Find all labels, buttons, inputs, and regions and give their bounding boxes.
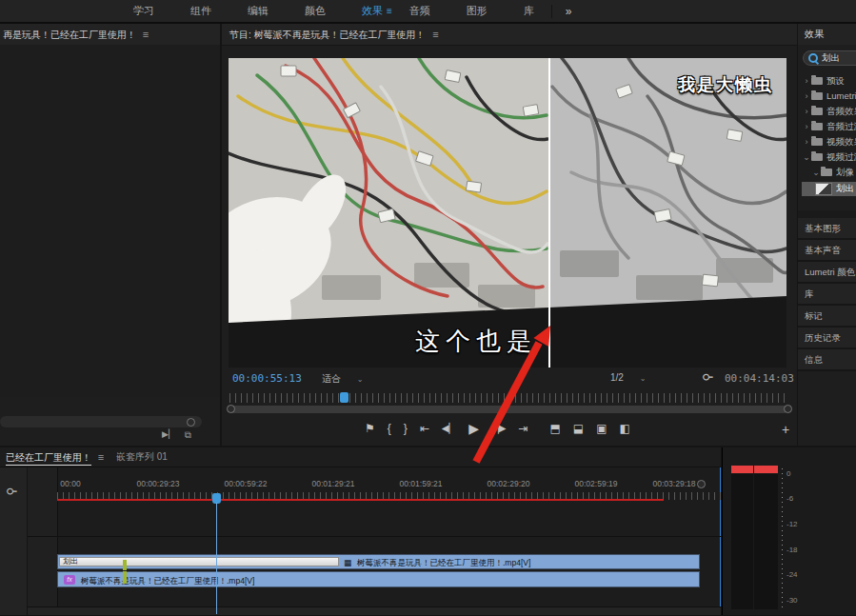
effect-controls-tab[interactable]: 再是玩具！已经在工厂里使用！ ≡ [0,24,220,46]
playback-resolution-select[interactable]: 1/2 ⌄ [610,372,646,383]
tree-item-wipe-out-selected[interactable]: 划出 [802,182,856,196]
timeline-clip-v1[interactable]: fx 树莓派不再是玩具！已经在工厂里使用！.mp4[V] [57,571,700,587]
twirl-icon[interactable]: › [802,76,811,86]
monitor-mini-ruler[interactable] [229,393,787,403]
step-back-button[interactable]: ◀▏ [442,419,456,438]
chevron-down-icon: ⌄ [640,374,647,383]
zoom-level-select[interactable]: 适合 ⌄ [322,372,396,386]
export-icon[interactable]: ⧉ [185,429,191,445]
panel-menu-icon[interactable]: ≡ [143,29,149,40]
timeline-ruler-labels: 00:00 00:00:29:23 00:00:59:22 00:01:29:2… [57,479,721,490]
extract-button[interactable]: ⬓ [573,419,584,438]
effects-panel-tab[interactable]: 效果 [798,24,856,45]
audio-meter-clip-right [754,466,778,473]
clip-v2-label: 树莓派不再是玩具！已经在工厂里使用！.mp4[V] [357,558,530,569]
effects-panel-title: 效果 [805,29,824,39]
panel-menu-icon[interactable]: ≡ [432,29,438,40]
button-editor-plus[interactable]: + [782,420,789,439]
effect-controls-scrollbar[interactable] [0,416,202,427]
effects-tree: › 预设 › Lumetri 预设 › 音频效果 › 音频过渡 › [802,73,856,196]
workspace-tab-assembly[interactable]: 组件 [179,1,223,21]
meter-scale-ticks [782,468,783,609]
tree-item-lumetri-presets[interactable]: › Lumetri 预设 [802,89,856,104]
workspace-tab-color[interactable]: 颜色 [293,1,337,21]
twirl-icon[interactable]: › [802,137,811,147]
tree-item-label: 划像 [836,167,854,179]
program-video-preview[interactable]: 我是大懒虫 这个也是 [229,58,786,368]
monitor-scrollbar-knob-right[interactable] [784,405,792,413]
tree-item-audio-transitions[interactable]: › 音频过渡 [802,119,856,134]
wipe-transition-clip[interactable]: 划出 [59,557,339,566]
effects-search-value: 划出 [822,52,840,65]
workspace-tab-libraries[interactable]: 库 [512,1,546,21]
twirl-icon[interactable]: ⌄ [811,168,821,177]
workspace-tab-edit[interactable]: 编辑 [236,1,280,21]
monitor-scrollbar-knob-left[interactable] [227,405,235,413]
play-button[interactable]: ▶ [468,419,479,438]
twirl-icon[interactable]: › [802,91,811,101]
timeline-bottom-strip [28,607,721,615]
timeline-settings-wrench-icon[interactable]: ⚲ [5,487,18,496]
effect-controls-panel: 再是玩具！已经在工厂里使用！ ≡ ▶▏ ⧉ [0,24,220,446]
meter-scale-label: -24 [786,570,798,579]
lift-button[interactable]: ⬒ [549,419,560,438]
tab-info[interactable]: 信息 [798,349,856,371]
workspace-overflow-icon[interactable]: » [551,5,586,18]
ruler-label: 00:03:29:18 [653,479,696,488]
settings-wrench-icon[interactable]: ⚲ [701,373,714,382]
twirl-icon[interactable]: › [802,122,811,131]
mark-in-button[interactable]: { [388,419,391,438]
go-to-out-button[interactable]: ⇥ [518,419,528,438]
tab-markers[interactable]: 标记 [798,306,856,328]
program-monitor-panel: 节目: 树莓派不再是玩具！已经在工厂里使用！ ≡ [222,24,797,446]
meter-scale-label: -12 [786,520,798,528]
effect-controls-scrollbar-knob[interactable] [187,418,195,427]
clip-v1-label: 树莓派不再是玩具！已经在工厂里使用！.mp4[V] [81,576,254,587]
workspace-tab-graphics[interactable]: 图形 [455,1,499,21]
timeline-tab-row: 已经在工厂里使用！ ≡ 嵌套序列 01 [0,447,721,467]
clip-marker-green[interactable] [123,571,127,584]
premiere-app-window: 学习 组件 编辑 颜色 效果 ≡ 音频 图形 库 » 再是玩具！已经在工厂里使用… [0,0,856,616]
current-timecode[interactable]: 00:00:55:13 [232,372,302,385]
program-monitor-tab[interactable]: 节目: 树莓派不再是玩具！已经在工厂里使用！ ≡ [222,24,797,46]
export-frame-button[interactable]: ▣ [596,419,607,438]
monitor-playhead[interactable] [340,392,348,403]
timeline-tab-nested-sequence[interactable]: 嵌套序列 01 [110,447,173,467]
monitor-scrollbar[interactable] [229,406,787,413]
panel-menu-icon[interactable]: ≡ [98,451,104,463]
tree-item-label: 视频效果 [826,136,856,149]
tab-libraries[interactable]: 库 [798,284,856,306]
video-overlay-text-bottom: 这个也是 [415,325,537,358]
add-marker-button[interactable]: ⚑ [365,419,375,438]
tree-item-presets[interactable]: › 预设 [802,73,856,89]
mark-out-button[interactable]: } [404,419,408,438]
twirl-icon[interactable]: ⌄ [802,152,811,162]
tab-essential-sound[interactable]: 基本声音 [798,240,856,262]
workspace-tab-learn[interactable]: 学习 [122,1,166,21]
twirl-icon[interactable]: › [802,107,811,116]
tab-essential-graphics[interactable]: 基本图形 [798,218,856,240]
play-clip-only-icon[interactable]: ▶▏ [162,429,175,445]
ruler-label: 00:00:59:22 [225,479,268,488]
audio-meters-panel: 0 -6 -12 -18 -24 -30 [722,447,856,615]
tree-item-wipe-category[interactable]: ⌄ 划像 [802,165,856,180]
meter-scale-label: -30 [786,596,798,605]
folder-icon [811,153,823,161]
ruler-label: 00:01:29:21 [312,479,355,488]
timeline-scrollbar-knob[interactable] [697,480,706,488]
tree-item-video-transitions[interactable]: ⌄ 视频过渡 [802,149,856,165]
tab-lumetri-color[interactable]: Lumetri 颜色 [798,262,856,284]
workspace-tab-menu-icon[interactable]: ≡ [387,6,392,16]
effects-search-box[interactable]: 划出 [803,50,856,66]
comparison-view-button[interactable]: ◧ [620,419,630,438]
workspace-tab-audio[interactable]: 音频 [398,1,442,21]
timeline-playhead-line[interactable] [216,503,217,614]
timeline-tab-active[interactable]: 已经在工厂里使用！ ≡ [0,447,109,467]
go-to-in-button[interactable]: ⇤ [420,419,429,438]
step-forward-button[interactable]: ▕▶ [491,419,506,438]
tree-item-audio-effects[interactable]: › 音频效果 [802,104,856,119]
tree-item-video-effects[interactable]: › 视频效果 [802,134,856,149]
clip-marker-green[interactable] [123,560,127,570]
chevron-down-icon: ⌄ [357,375,364,384]
tab-history[interactable]: 历史记录 [798,328,856,349]
